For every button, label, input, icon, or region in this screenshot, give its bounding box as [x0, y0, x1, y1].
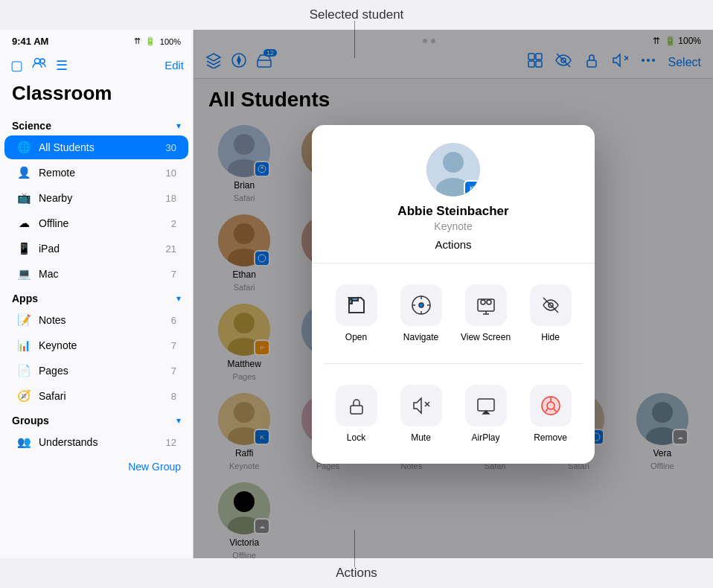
- remove-label: Remove: [534, 432, 567, 443]
- svg-rect-87: [478, 299, 494, 311]
- safari-icon: 🧭: [16, 389, 31, 403]
- action-navigate[interactable]: Navigate: [389, 275, 453, 351]
- top-annotation: Selected student: [0, 0, 713, 30]
- hide-icon: [530, 284, 572, 326]
- offline-label: Offline: [39, 217, 164, 229]
- sidebar-toolbar: ▢ ☰ Edit: [0, 50, 193, 82]
- offline-count: 2: [171, 218, 176, 229]
- ipad-icon: 📱: [16, 242, 31, 255]
- understands-label: Understands: [39, 436, 159, 448]
- pages-count: 7: [171, 365, 176, 377]
- modal-overlay[interactable]: K Abbie Steinbacher Keynote Actions: [194, 30, 713, 558]
- navigate-icon: [400, 284, 442, 326]
- groups-section-header: Groups ▾: [0, 409, 193, 429]
- action-view-screen[interactable]: View Screen: [453, 275, 518, 351]
- apps-label: Apps: [12, 293, 38, 304]
- sidebar-item-ipad[interactable]: 📱 iPad 21: [4, 237, 188, 261]
- sidebar-item-all-students[interactable]: 🌐 All Students 30: [4, 135, 188, 159]
- nearby-count: 18: [166, 193, 176, 204]
- keynote-label: Keynote: [39, 339, 164, 351]
- all-students-count: 30: [166, 142, 176, 153]
- notes-icon: 📝: [16, 313, 31, 327]
- mac-icon: 💻: [16, 267, 31, 281]
- svg-point-89: [487, 300, 491, 304]
- pages-icon: 📄: [16, 364, 31, 377]
- battery-percent: 100%: [160, 37, 181, 46]
- action-lock[interactable]: Lock: [324, 376, 389, 452]
- modal-avatar-abbie: K: [426, 143, 480, 196]
- remote-count: 10: [166, 167, 176, 179]
- sidebar-list-button[interactable]: ☰: [54, 56, 69, 75]
- sidebar-item-pages[interactable]: 📄 Pages 7: [4, 359, 188, 383]
- science-label: Science: [12, 120, 51, 132]
- sidebar-title: Classroom: [0, 82, 193, 114]
- sidebar-item-nearby[interactable]: 📺 Nearby 18: [4, 186, 188, 210]
- svg-point-75: [443, 152, 464, 173]
- svg-rect-97: [478, 399, 494, 411]
- remove-icon: [530, 385, 572, 426]
- action-mute[interactable]: Mute: [389, 376, 453, 452]
- sidebar-item-notes[interactable]: 📝 Notes 6: [4, 308, 188, 332]
- sidebar-item-remote[interactable]: 👤 Remote 10: [4, 161, 188, 185]
- status-time: 9:41 AM: [12, 36, 48, 47]
- battery-icon: 🔋: [145, 36, 156, 46]
- airplay-icon: [465, 385, 507, 426]
- understands-icon: 👥: [16, 435, 31, 449]
- keynote-count: 7: [171, 340, 176, 351]
- sidebar-item-safari[interactable]: 🧭 Safari 8: [4, 384, 188, 408]
- mac-label: Mac: [39, 268, 164, 280]
- svg-point-82: [419, 303, 423, 307]
- ipad-count: 21: [166, 243, 176, 255]
- notes-label: Notes: [39, 314, 164, 326]
- groups-label: Groups: [12, 415, 49, 426]
- groups-chevron: ▾: [176, 415, 181, 426]
- all-students-label: All Students: [39, 141, 159, 153]
- remote-label: Remote: [39, 167, 159, 179]
- ipad-label: iPad: [39, 243, 159, 255]
- sidebar-item-keynote[interactable]: 📊 Keynote 7: [4, 333, 188, 357]
- notes-count: 6: [171, 315, 176, 326]
- modal-student-name: Abbie Steinbacher: [397, 204, 508, 219]
- svg-point-1: [40, 59, 45, 63]
- svg-rect-94: [351, 406, 362, 414]
- hide-label: Hide: [541, 332, 560, 342]
- sidebar-status-bar: 9:41 AM ⇈ 🔋 100%: [0, 30, 193, 50]
- lock-action-icon: [336, 385, 377, 426]
- action-airplay[interactable]: AirPlay: [453, 376, 518, 452]
- sidebar-panel-button[interactable]: ▢: [9, 56, 25, 75]
- main-content: ⇈ 🔋 100%: [194, 30, 713, 558]
- sidebar-edit-button[interactable]: Edit: [164, 59, 184, 71]
- action-remove[interactable]: Remove: [518, 376, 583, 452]
- nearby-icon: 📺: [16, 191, 31, 205]
- modal-student-app: Keynote: [434, 220, 472, 232]
- sidebar-item-offline[interactable]: ☁ Offline 2: [4, 211, 188, 235]
- understands-count: 12: [166, 437, 176, 448]
- apps-section-header: Apps ▾: [0, 287, 193, 307]
- modal-app-badge: K: [464, 180, 480, 196]
- actions-label: Actions: [336, 566, 377, 581]
- viewscreen-label: View Screen: [461, 332, 511, 342]
- all-students-icon: 🌐: [16, 141, 31, 154]
- airplay-label: AirPlay: [471, 432, 499, 443]
- sidebar-people-button[interactable]: [31, 54, 48, 76]
- modal-actions-grid: Open Na: [312, 263, 595, 363]
- navigate-label: Navigate: [403, 332, 438, 342]
- selected-student-label: Selected student: [310, 7, 404, 22]
- sidebar-item-understands[interactable]: 👥 Understands 12: [4, 430, 188, 454]
- lock-label: Lock: [347, 432, 365, 443]
- keynote-icon: 📊: [16, 339, 31, 352]
- actions-modal: K Abbie Steinbacher Keynote Actions: [312, 125, 595, 464]
- action-hide[interactable]: Hide: [518, 275, 583, 351]
- viewscreen-icon: [465, 284, 507, 326]
- status-icons: ⇈ 🔋 100%: [134, 36, 181, 46]
- action-open[interactable]: Open: [324, 275, 389, 351]
- mac-count: 7: [171, 269, 176, 280]
- modal-header: K Abbie Steinbacher Keynote Actions: [312, 125, 595, 263]
- science-chevron: ▾: [176, 121, 181, 131]
- wifi-icon: ⇈: [134, 36, 141, 46]
- sidebar-item-mac[interactable]: 💻 Mac 7: [4, 262, 188, 286]
- new-group-button[interactable]: New Group: [0, 455, 193, 479]
- apps-chevron: ▾: [176, 293, 181, 304]
- safari-label: Safari: [39, 390, 164, 402]
- open-icon: [336, 284, 377, 326]
